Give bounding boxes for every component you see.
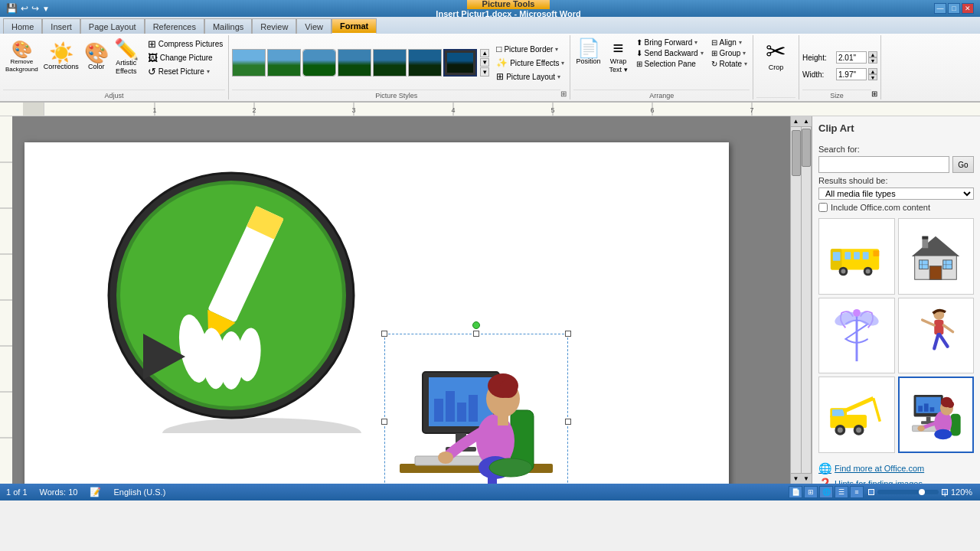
clip-item-house[interactable] — [898, 218, 975, 295]
width-input[interactable] — [836, 68, 867, 80]
height-up[interactable]: ▲ — [868, 51, 877, 57]
web-layout-button[interactable]: 🌐 — [819, 486, 833, 498]
style-thumb-6[interactable] — [408, 49, 442, 77]
zoom-level[interactable]: 120% — [951, 487, 974, 497]
green-logo-image[interactable] — [86, 158, 361, 433]
zoom-out-button[interactable]: − — [868, 489, 874, 495]
group-button[interactable]: ⊞Group▾ — [709, 48, 750, 58]
print-view-button[interactable]: 📄 — [789, 486, 802, 498]
tab-insert[interactable]: Insert — [42, 18, 80, 34]
picture-border-button[interactable]: □Picture Border▾ — [494, 43, 567, 55]
tab-review[interactable]: Review — [252, 18, 296, 34]
include-office-label: Include Office.com content — [831, 203, 930, 212]
quick-access-save[interactable]: 💾 — [6, 3, 18, 14]
width-down[interactable]: ▼ — [868, 74, 877, 80]
tab-home[interactable]: Home — [3, 18, 42, 34]
rotate-button[interactable]: ↻Rotate▾ — [709, 59, 750, 69]
draft-view-button[interactable]: ≡ — [850, 486, 864, 498]
ruler: 1 2 3 4 5 6 7 — [0, 103, 980, 116]
handle-tm[interactable] — [473, 331, 479, 337]
width-spinner[interactable]: ▲ ▼ — [868, 68, 877, 80]
clip-item-construction[interactable] — [818, 377, 895, 453]
corrections-button[interactable]: ☀️ Corrections — [41, 41, 81, 73]
size-expand-button[interactable]: ⊞ — [871, 90, 877, 98]
panel-scroll-up[interactable]: ▲ — [801, 116, 812, 127]
picture-effects-button[interactable]: ✨Picture Effects▾ — [494, 57, 567, 69]
search-input[interactable] — [818, 156, 949, 173]
close-button[interactable]: ✕ — [962, 3, 974, 14]
selection-pane-button[interactable]: ⊞Selection Pane — [634, 59, 706, 69]
scroll-up-button[interactable]: ▲ — [791, 116, 802, 127]
tab-page-layout[interactable]: Page Layout — [80, 18, 145, 34]
quick-access-redo[interactable]: ↪ — [31, 3, 39, 14]
tab-format[interactable]: Format — [332, 18, 377, 34]
picture-styles-expand[interactable]: ⊞ — [560, 90, 567, 98]
clip-item-dance[interactable] — [898, 298, 975, 374]
rotation-handle[interactable] — [472, 321, 480, 329]
vertical-scrollbar[interactable]: ▲ ▼ — [790, 116, 801, 484]
wrap-text-button[interactable]: ≡ WrapText ▾ — [605, 37, 632, 76]
style-gallery-scroll[interactable]: ▲ ▼ ▾ — [480, 49, 489, 77]
zoom-in-button[interactable]: + — [942, 489, 948, 495]
height-spinner[interactable]: ▲ ▼ — [868, 51, 877, 64]
quick-access-dropdown[interactable]: ▼ — [42, 5, 50, 13]
handle-tr[interactable] — [565, 331, 571, 337]
style-thumb-7[interactable] — [443, 49, 477, 77]
width-up[interactable]: ▲ — [868, 68, 877, 74]
spell-check-icon[interactable]: 📝 — [90, 487, 101, 497]
send-backward-button[interactable]: ⬇Send Backward▾ — [634, 48, 706, 58]
panel-scroll-down[interactable]: ▼ — [801, 473, 812, 484]
minimize-button[interactable]: — — [934, 3, 946, 14]
style-thumb-2[interactable] — [267, 49, 301, 77]
picture-layout-button[interactable]: ⊞Picture Layout▾ — [494, 70, 567, 83]
bring-forward-button[interactable]: ⬆Bring Forward▾ — [634, 37, 706, 47]
compress-pictures-button[interactable]: ⊞Compress Pictures — [145, 37, 225, 51]
scroll-down-button[interactable]: ▼ — [791, 473, 802, 484]
position-button[interactable]: 📄 Position — [573, 37, 603, 67]
find-more-link[interactable]: 🌐 Find more at Office.com — [818, 462, 974, 474]
style-thumb-4[interactable] — [338, 49, 371, 77]
language[interactable]: English (U.S.) — [113, 487, 165, 497]
handle-ml[interactable] — [381, 419, 387, 425]
artistic-effects-button[interactable]: ✏️ ArtisticEffects — [112, 37, 141, 77]
full-screen-button[interactable]: ⊞ — [804, 486, 818, 498]
handle-mr[interactable] — [565, 419, 571, 425]
clip-item-computer-woman[interactable] — [898, 377, 975, 453]
zoom-thumb[interactable] — [919, 489, 925, 495]
outline-view-button[interactable]: ☰ — [835, 486, 848, 498]
picture-tools-label: Picture Tools — [467, 0, 550, 9]
change-picture-button[interactable]: 🖼Change Picture — [145, 51, 225, 64]
height-down[interactable]: ▼ — [868, 57, 877, 64]
height-input[interactable] — [836, 51, 867, 64]
adjust-group-label: Adjust — [3, 90, 225, 99]
style-thumb-5[interactable] — [373, 49, 407, 77]
computer-clipart-selected[interactable] — [384, 334, 568, 484]
style-thumb-3[interactable] — [302, 49, 336, 77]
maximize-button[interactable]: □ — [948, 3, 960, 14]
zoom-slider[interactable] — [877, 490, 939, 494]
crop-button[interactable]: ✂ Crop — [760, 37, 793, 73]
clip-item-caduceus[interactable] — [818, 298, 895, 374]
hints-link[interactable]: ❓ Hints for finding images — [818, 478, 974, 484]
scroll-thumb[interactable] — [792, 130, 801, 176]
handle-tl[interactable] — [381, 331, 387, 337]
gallery-expand-button[interactable]: ▾ — [480, 67, 489, 77]
include-office-checkbox[interactable] — [818, 203, 828, 212]
remove-background-button[interactable]: 🎨 RemoveBackground — [3, 40, 41, 74]
scroll-up-button[interactable]: ▲ — [480, 49, 489, 57]
panel-scrollbar[interactable]: ▲ ▼ — [801, 116, 812, 484]
color-button[interactable]: 🎨 Color — [82, 41, 111, 73]
style-thumb-1[interactable] — [232, 49, 266, 77]
tab-mailings[interactable]: Mailings — [204, 18, 252, 34]
tab-view[interactable]: View — [296, 18, 332, 34]
reset-picture-button[interactable]: ↺Reset Picture▾ — [145, 65, 225, 78]
panel-scroll-thumb[interactable] — [802, 129, 811, 167]
quick-access-undo[interactable]: ↩ — [21, 3, 28, 14]
scroll-down-button[interactable]: ▼ — [480, 58, 489, 67]
go-button[interactable]: Go — [952, 156, 974, 173]
media-type-select[interactable]: All media file types — [818, 187, 974, 200]
tab-references[interactable]: References — [145, 18, 204, 34]
align-button[interactable]: ⊟Align▾ — [709, 37, 750, 47]
clip-item-school-bus[interactable] — [818, 218, 895, 295]
main-document[interactable]: ▲ ▼ — [12, 116, 801, 484]
